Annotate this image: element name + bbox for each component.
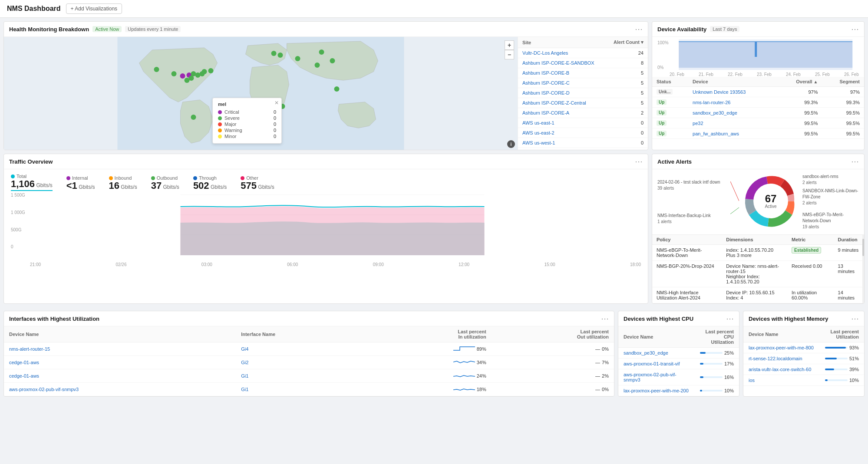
avail-status-header: Status (652, 77, 688, 87)
iface-out-util: — 7% (492, 356, 614, 369)
iface-table-row: cedge-01-aws Gi1 24% — 2% (4, 369, 614, 383)
map-info-icon[interactable]: i (507, 140, 515, 148)
device-overall: 99.3% (778, 97, 822, 108)
map-zoom-in[interactable]: + (505, 40, 514, 50)
site-name: Ashburn ISP-CORE-B (518, 68, 606, 78)
alert-label-sandbox: sandbox-alert-nms 2 alerts (802, 174, 859, 186)
add-viz-button[interactable]: + Add Visualizations (66, 3, 122, 14)
connector-svg (730, 173, 739, 229)
cpu-menu[interactable]: ⋯ (726, 315, 734, 322)
site-count: 0 (606, 128, 648, 138)
chart-yaxis: 1 500G 1 000G 500G 0 (11, 193, 25, 249)
cpu-table-row: sandbox_pe30_edge 25% (618, 348, 739, 359)
sparkline-svg (453, 372, 475, 379)
avail-table-row: Up sandbox_pe30_edge 99.5% 99.5% (652, 108, 864, 118)
memory-table: Device Name Last percentUtilization lax-… (743, 326, 864, 386)
avail-table-row: Up pe32 99.5% 99.5% (652, 118, 864, 128)
availability-table: Status Device Overall ▲ Segment Unk... U… (652, 77, 864, 139)
iface-out-header: Last percentOut utilization (492, 326, 614, 342)
site-name: Ashburn ISP-CORE-Z-Central (518, 98, 606, 108)
cpu-bar-bg (700, 376, 723, 378)
alert-table-row: NMS-High Interface Utilization Alert-202… (652, 287, 864, 303)
alerts-panel-title: Active Alerts (657, 158, 692, 165)
metric-badge: Established (792, 247, 821, 253)
health-panel-title: Health Monitoring Breakdown (9, 26, 89, 33)
metric-text: In utilization 60.00% (792, 290, 817, 300)
stat-dot (241, 176, 244, 180)
mem-device: ios (743, 375, 820, 386)
traffic-stat-outbound: Outbound 37 Gbits/s (151, 175, 179, 191)
stat-dot (151, 176, 155, 180)
device-status: Unk... (652, 87, 688, 97)
tooltip-row-severe: Severe 0 (218, 115, 276, 121)
site-count: 0 (606, 118, 648, 128)
alerts-table: Policy Dimensions Metric Duration NMS-eB… (652, 234, 864, 303)
chart-xaxis: 21:00 02/26 03:00 06:00 09:00 12:00 15:0… (4, 262, 648, 269)
site-count: 0 (606, 138, 648, 148)
traffic-stat-other: Other 575 Gbits/s (241, 175, 274, 191)
iface-in-util: 89% (366, 342, 492, 356)
tooltip-close[interactable]: ✕ (274, 100, 279, 106)
svg-point-14 (295, 56, 300, 61)
mem-device: arista-vultr-lax-core-switch-60 (743, 364, 820, 375)
cpu-table-row: aws-proxmox-01-transit-vif 17% (618, 359, 739, 369)
donut-number: 67 (765, 194, 776, 204)
cpu-bar-fill (700, 352, 706, 354)
site-name: AWS us-west-1 (518, 138, 606, 148)
health-body: + − i mel ✕ Critical 0 Severe (4, 37, 648, 150)
stat-value: 502 (193, 180, 209, 191)
map-tooltip: mel ✕ Critical 0 Severe 0 Major (212, 98, 282, 144)
site-count: 5 (606, 78, 648, 88)
iface-device-header: Device Name (4, 326, 236, 342)
svg-point-12 (271, 51, 277, 56)
site-table-row: Ashburn ISP-CORE-A2 (518, 108, 648, 118)
traffic-panel-menu[interactable]: ⋯ (635, 158, 643, 165)
health-panel-menu[interactable]: ⋯ (635, 25, 643, 33)
site-name: Vultr-DC-Los Angeles (518, 48, 606, 58)
avail-segment-header: Segment (822, 77, 864, 87)
mem-pct: 39% (820, 364, 864, 375)
stat-value: <1 (66, 180, 77, 191)
health-active-badge: Active Now (92, 26, 122, 32)
alert-label-slack: 2024-02-06 - test slack intf down 39 ale… (657, 179, 727, 191)
availability-chart-svg (672, 39, 859, 70)
avail-overall-header[interactable]: Overall ▲ (778, 77, 822, 87)
stat-unit: Gbits/s (79, 184, 95, 190)
memory-menu[interactable]: ⋯ (851, 315, 859, 322)
iface-device: cedge-01-aws (4, 369, 236, 383)
traffic-stat-through: Through 502 Gbits/s (193, 175, 227, 191)
site-table-row: AWS us-east-10 (518, 118, 648, 128)
severe-label: Severe (224, 115, 271, 121)
minor-val: 0 (274, 134, 276, 139)
cpu-title: Devices with Highest CPU (624, 316, 693, 322)
severe-dot (218, 116, 222, 120)
stat-dot (66, 176, 70, 180)
cpu-pct: 25% (695, 348, 739, 359)
avail-yaxis: 100% 0% (657, 39, 669, 70)
availability-chart-area: 100% 0% 20. Feb 21. Feb 2 (652, 37, 864, 77)
site-count: 5 (606, 68, 648, 78)
traffic-panel-header: Traffic Overview ⋯ (4, 154, 648, 169)
in-sparkline (453, 385, 475, 393)
svg-point-11 (208, 68, 214, 73)
map-area[interactable]: + − i mel ✕ Critical 0 Severe (4, 37, 518, 150)
traffic-stat-internal: Internal <1 Gbits/s (66, 175, 95, 191)
map-zoom-out[interactable]: − (505, 50, 514, 59)
device-name: nms-lan-router-26 (688, 97, 778, 108)
iface-in-util: 24% (366, 369, 492, 383)
mem-pct: 93% (820, 342, 864, 353)
alert-count-col-header[interactable]: Alert Count ▾ (606, 37, 648, 48)
cpu-bar-bg (700, 390, 723, 392)
memory-title: Devices with Highest Memory (749, 316, 828, 322)
mem-pct: 51% (820, 353, 864, 364)
alerts-panel-menu[interactable]: ⋯ (851, 158, 859, 165)
cpu-bar-bg (700, 363, 723, 365)
health-update-badge: Updates every 1 minute (125, 26, 181, 32)
site-name: Ashburn ISP-CORE-C (518, 78, 606, 88)
iface-out-util: — 2% (492, 369, 614, 383)
svg-point-16 (330, 58, 335, 63)
device-name: sandbox_pe30_edge (688, 108, 778, 118)
interfaces-menu[interactable]: ⋯ (601, 315, 609, 322)
device-status: Up (652, 108, 688, 118)
availability-panel-menu[interactable]: ⋯ (851, 25, 859, 33)
